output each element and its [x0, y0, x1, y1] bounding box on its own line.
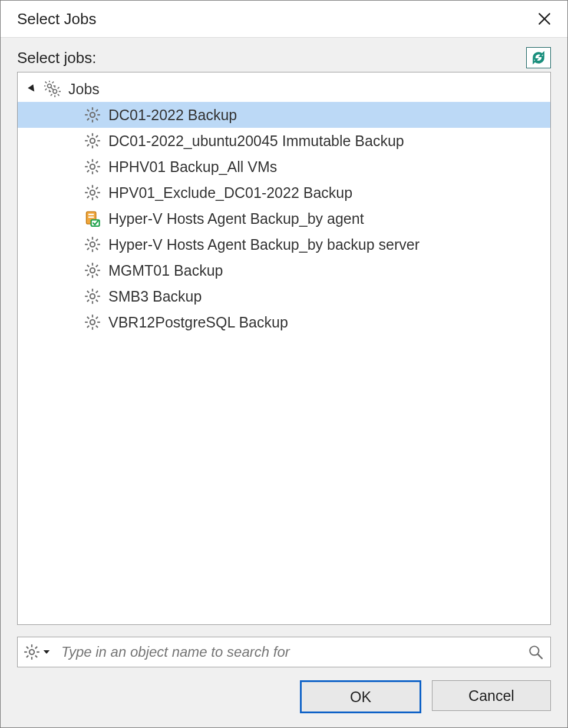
backup-job-icon: [82, 234, 103, 254]
tree-item-label: VBR12PostgreSQL Backup: [108, 314, 288, 331]
ok-button[interactable]: OK: [300, 680, 421, 713]
tree-item[interactable]: HPHV01 Backup_All VMs: [18, 154, 550, 180]
tree-root-jobs[interactable]: Jobs: [18, 76, 550, 102]
tree-item-label: HPV01_Exclude_DC01-2022 Backup: [108, 184, 352, 201]
filter-gear-icon: [24, 644, 40, 660]
backup-job-icon: [82, 286, 103, 306]
tree-item[interactable]: Hyper-V Hosts Agent Backup_by backup ser…: [18, 231, 550, 257]
tree-item[interactable]: Hyper-V Hosts Agent Backup_by agent: [18, 206, 550, 231]
tree-item-label: HPHV01 Backup_All VMs: [108, 158, 277, 176]
close-button[interactable]: [534, 9, 554, 29]
backup-job-icon: [82, 131, 103, 151]
tree-root-label: Jobs: [68, 81, 100, 98]
backup-job-icon: [82, 260, 103, 280]
search-box: [17, 637, 551, 667]
search-input[interactable]: [55, 643, 527, 661]
tree-item[interactable]: VBR12PostgreSQL Backup: [18, 309, 550, 335]
tree-item-label: Hyper-V Hosts Agent Backup_by backup ser…: [108, 236, 420, 253]
search-icon: [528, 644, 543, 660]
label-row: Select jobs:: [17, 47, 551, 68]
dialog-title: Select Jobs: [17, 10, 96, 28]
tree-item[interactable]: HPV01_Exclude_DC01-2022 Backup: [18, 180, 550, 206]
close-icon: [537, 11, 552, 27]
search-button[interactable]: [527, 643, 544, 661]
tree-item[interactable]: SMB3 Backup: [18, 283, 550, 309]
titlebar: Select Jobs: [1, 1, 567, 38]
tree-item-label: SMB3 Backup: [108, 288, 202, 305]
tree-item-label: DC01-2022 Backup: [108, 107, 237, 124]
select-jobs-label: Select jobs:: [17, 49, 96, 67]
backup-job-icon: [82, 157, 103, 177]
dialog-body: Select jobs: Jobs DC01-2022 BackupDC01-2…: [1, 38, 567, 727]
tree-item-label: MGMT01 Backup: [108, 262, 223, 279]
tree-item[interactable]: DC01-2022 Backup: [18, 102, 550, 128]
tree-item[interactable]: MGMT01 Backup: [18, 257, 550, 283]
refresh-icon: [531, 50, 546, 65]
tree-item[interactable]: DC01-2022_ubuntu20045 Immutable Backup: [18, 128, 550, 154]
jobs-group-icon: [42, 79, 62, 99]
backup-job-icon: [82, 183, 103, 203]
backup-job-icon: [82, 312, 103, 332]
search-type-filter[interactable]: [24, 644, 55, 660]
cancel-button[interactable]: Cancel: [432, 680, 551, 711]
chevron-down-icon: [41, 647, 52, 657]
refresh-button[interactable]: [526, 47, 551, 68]
dialog-buttons: OK Cancel: [17, 680, 551, 713]
jobs-tree[interactable]: Jobs DC01-2022 BackupDC01-2022_ubuntu200…: [17, 72, 551, 625]
backup-job-icon: [82, 105, 103, 125]
tree-item-label: DC01-2022_ubuntu20045 Immutable Backup: [108, 133, 404, 150]
agent-job-icon: [82, 209, 103, 229]
expander-icon[interactable]: [26, 82, 39, 95]
tree-item-label: Hyper-V Hosts Agent Backup_by agent: [108, 210, 364, 227]
